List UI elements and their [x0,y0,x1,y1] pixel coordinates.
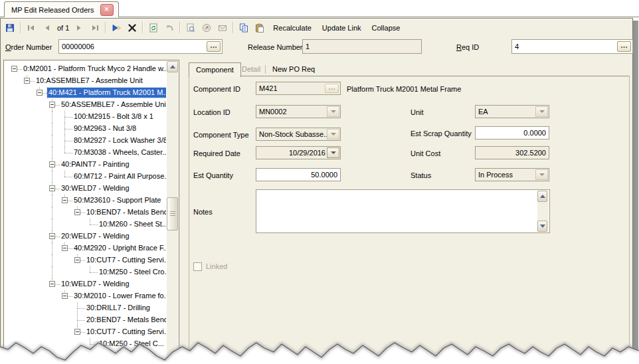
tree-node[interactable]: 10:CUT7 - Cutting Servi... [5,254,166,266]
tree-collapse-icon[interactable] [62,197,68,203]
tree-collapse-icon[interactable] [62,293,68,299]
tab-mp-edit-released-orders[interactable]: MP Edit Released Orders [4,1,119,17]
req-id-browse-button[interactable] [617,41,631,52]
tree-node-label[interactable]: 10:CUT7 - Cutting Servi... [85,255,166,265]
component-type-dropdown-icon[interactable] [327,129,339,139]
tree-node[interactable]: 70:M3038 - Wheels, Caster... [5,147,166,159]
tree-node[interactable]: 10:CUT7 - Cutting Servi... [5,326,166,338]
tree-node-label[interactable]: 20:WELD7 - Welding [60,231,131,241]
tree-node-label[interactable]: 100:M2915 - Bolt 3/8 x 1 [72,112,155,122]
tree-node[interactable]: 80:M2927 - Lock Washer 3/8 [5,135,166,147]
tree-collapse-icon[interactable] [49,102,55,108]
order-number-browse-button[interactable] [207,41,221,52]
tree-node[interactable]: 10:BEND7 - Metals Bend... [5,207,166,219]
tree-node-label[interactable]: 20:BEND7 - Metals Bend... [85,315,166,325]
tree-node[interactable]: 10:M260 - Sheet St... [5,219,166,230]
copy-button[interactable] [236,21,252,35]
tree-node-label[interactable]: 30:M2010 - Lower Frame fo... [72,291,166,301]
tab-component[interactable]: Component [189,62,241,77]
tree-node[interactable]: 20:WELD7 - Welding [5,230,166,242]
email-button[interactable] [215,21,230,35]
tree-node-label[interactable]: 10:CUT7 - Cutting Servi... [85,327,166,337]
tree-node[interactable]: 40:M2920 - Upright Brace F... [5,242,166,254]
req-id-field[interactable]: 4 [511,39,633,54]
tree-collapse-icon[interactable] [74,209,80,215]
nav-first-button[interactable] [23,21,39,35]
nav-prev-button[interactable] [39,21,55,35]
release-number-field[interactable]: 1 [302,39,422,54]
tree-collapse-icon[interactable] [49,281,55,287]
tree-node-label[interactable]: 10:WELD7 - Welding [60,279,131,289]
collapse-button[interactable]: Collapse [367,21,406,35]
tree-node[interactable]: 10:M250 - Steel Cro... [5,266,166,278]
tree-node-label[interactable]: 90:M2963 - Nut 3/8 [72,124,137,134]
est-scrap-quantity-field[interactable]: 0.0000 [475,126,549,139]
recalculate-button[interactable]: Recalculate [268,21,316,35]
component-id-field[interactable]: M421 [256,82,341,95]
unit-field[interactable]: EA [475,105,549,118]
undo-button[interactable] [161,21,177,35]
tree-collapse-icon[interactable] [49,233,55,239]
tree-node[interactable]: 0:M2001 - Platform Truck Myco 2 Handle w… [5,63,166,75]
tree-node-label[interactable]: 0:M2001 - Platform Truck Myco 2 Handle w… [22,64,166,74]
insert-run-button[interactable] [108,21,124,35]
tree-node-label[interactable]: 10:BEND7 - Metals Bend... [85,207,166,217]
nav-next-button[interactable] [71,21,87,35]
component-type-field[interactable]: Non-Stock Subasse... [256,128,341,141]
est-quantity-field[interactable]: 50.0000 [256,168,341,181]
component-id-browse-button[interactable] [325,84,339,93]
tree-node-label[interactable]: 10:M250 - Steel Cro... [98,267,166,277]
tree-node-label[interactable]: 70:M3038 - Wheels, Caster... [72,147,166,157]
scroll-down-icon[interactable] [537,221,547,232]
required-date-dropdown-icon[interactable] [327,147,339,158]
tree-scrollbar-thumb[interactable] [167,197,178,230]
status-dropdown-icon[interactable] [535,169,548,180]
tree-node[interactable]: 30:DRILL7 - Drilling [5,302,166,314]
tree-collapse-icon[interactable] [49,185,55,191]
update-link-button[interactable]: Update Link [317,21,367,35]
tree-node[interactable]: 10:M250 - Steel C... [5,338,166,350]
close-tab-icon[interactable] [100,4,114,16]
delete-button[interactable] [124,21,140,35]
order-number-field[interactable]: 00000006 [58,39,223,54]
linked-checkbox[interactable] [193,262,202,271]
status-field[interactable]: In Process [475,168,549,181]
required-date-field[interactable]: 10/29/2016 [256,146,341,159]
tree-collapse-icon[interactable] [24,78,30,84]
scroll-up-icon[interactable] [167,61,178,72]
tree-node[interactable]: 30:M2010 - Lower Frame fo... [5,290,166,302]
tree-node-label[interactable]: 10:M250 - Steel C... [98,339,165,349]
tree-node[interactable]: 10:WELD7 - Welding [5,278,166,290]
tree-node[interactable]: 50:ASSEMBLE7 - Assemble Unit [5,99,166,111]
paste-button[interactable] [252,21,268,35]
tree-node-label[interactable]: 40:M421 - Platform Truck M2001 M... [47,88,166,98]
refresh-button[interactable] [145,21,161,35]
tree-scrollbar[interactable] [167,61,178,363]
tree-node[interactable]: 20:BEND7 - Metals Bend... [5,314,166,326]
save-button[interactable] [2,21,18,35]
tree-node[interactable]: 30:WELD7 - Welding [5,183,166,195]
tree-collapse-icon[interactable] [62,245,68,251]
tree-node[interactable]: 90:M2963 - Nut 3/8 [5,123,166,135]
goto-button[interactable] [199,21,215,35]
tree-node-label[interactable]: 30:DRILL7 - Drilling [85,303,151,313]
tree-collapse-icon[interactable] [11,66,17,72]
nav-last-button[interactable] [87,21,103,35]
tree-node-label[interactable]: 30:WELD7 - Welding [60,183,131,193]
tree-collapse-icon[interactable] [49,161,55,167]
notes-textarea[interactable] [256,189,550,233]
tree-collapse-icon[interactable] [74,257,80,263]
tree-node-label[interactable]: 80:M2927 - Lock Washer 3/8 [72,136,166,145]
tree-node-label[interactable]: 10:M260 - Sheet St... [98,219,166,229]
notes-scrollbar[interactable] [537,191,549,232]
scroll-up-icon[interactable] [537,191,547,202]
tree-node-label[interactable]: 50:M23610 - Support Plate [72,195,162,205]
unit-cost-field[interactable]: 302.5200 [475,146,549,159]
location-id-field[interactable]: MN0002 [256,105,341,118]
tree-node-label[interactable]: 40:PAINT7 - Painting [60,159,131,169]
tree-node[interactable]: 10:ASSEMBLE7 - Assemble Unit [5,75,166,87]
tree-collapse-icon[interactable] [37,90,43,96]
tree-node-label[interactable]: 60:M712 - Paint All Purpose... [72,171,166,181]
tab-new-po-req[interactable]: New PO Req [266,63,321,76]
tree-node[interactable]: 40:M421 - Platform Truck M2001 M... [5,87,166,99]
